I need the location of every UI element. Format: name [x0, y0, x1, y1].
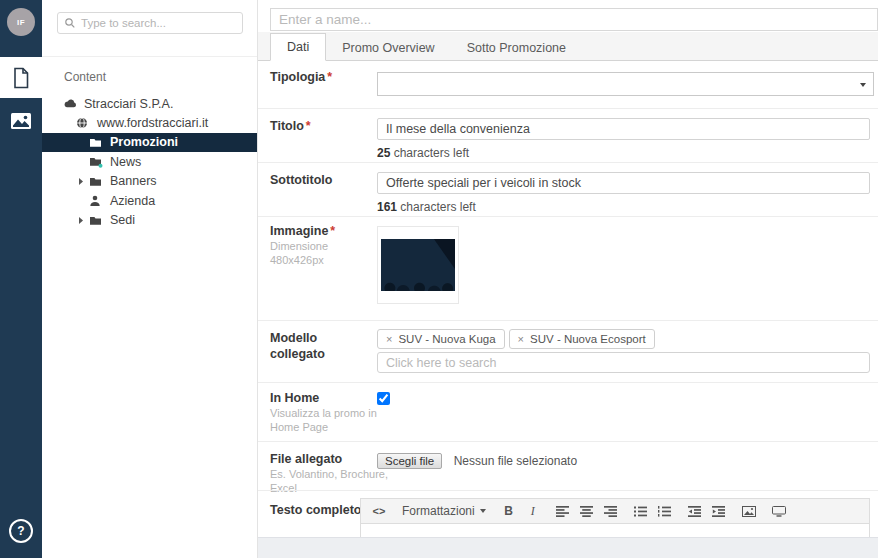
field-label: Sottotitolo	[270, 173, 370, 189]
tree-item-promozioni[interactable]: Promozioni	[42, 133, 257, 152]
image-picker-card[interactable]	[377, 226, 459, 304]
tree-sidebar: Type to search... Content Stracciari S.P…	[42, 0, 258, 558]
titolo-counter: 25 characters left	[377, 146, 870, 160]
avatar-initials: IF	[17, 18, 25, 27]
italic-button[interactable]: I	[522, 501, 544, 521]
folder-icon	[89, 176, 102, 187]
field-description: Visualizza la promo in Home Page	[270, 407, 380, 435]
field-row-file-allegato: File allegato Es. Volantino, Brochure, E…	[258, 441, 878, 491]
tree-search-placeholder: Type to search...	[81, 17, 166, 29]
remove-tag-icon[interactable]: ×	[518, 333, 524, 345]
folder-icon	[89, 137, 102, 148]
required-asterisk: *	[306, 119, 311, 133]
tree-item-news[interactable]: News	[42, 152, 257, 171]
field-label: Tipologia*	[270, 70, 370, 86]
content-tree: Stracciari S.P.A. www.fordstracciari.it …	[42, 94, 257, 230]
person-icon	[89, 195, 101, 207]
field-row-tipologia: Tipologia*	[258, 60, 878, 108]
document-icon	[12, 67, 30, 89]
cloud-icon	[64, 98, 77, 109]
required-asterisk: *	[327, 70, 332, 84]
outdent-icon[interactable]	[684, 501, 706, 521]
field-label: In Home	[270, 391, 370, 407]
search-icon	[65, 18, 75, 28]
section-rail: IF ?	[0, 0, 42, 558]
required-asterisk: *	[330, 224, 335, 238]
tree-item-banners[interactable]: Banners	[42, 172, 257, 191]
field-row-testo-completo: Testo completo <> Formattazioni B I	[258, 490, 878, 538]
tree-search-area: Type to search...	[42, 0, 257, 57]
source-code-button[interactable]: <>	[368, 501, 390, 521]
align-left-icon[interactable]	[552, 501, 574, 521]
help-icon: ?	[9, 519, 33, 543]
tree-item-sedi[interactable]: Sedi	[42, 210, 257, 229]
name-input[interactable]	[270, 8, 878, 31]
tree-item-azienda[interactable]: Azienda	[42, 191, 257, 210]
media-icon	[10, 112, 32, 130]
macro-preview-icon[interactable]	[768, 501, 790, 521]
field-label: File allegato	[270, 452, 370, 468]
sidebar-item-content[interactable]	[0, 57, 42, 98]
tree-item-stracciari[interactable]: Stracciari S.P.A.	[42, 94, 257, 113]
numbered-list-icon[interactable]	[654, 501, 676, 521]
chevron-down-icon	[480, 509, 486, 513]
tree-search-input[interactable]: Type to search...	[57, 12, 243, 34]
editor-panel: Dati Promo Overview Sotto Promozione Tip…	[258, 0, 878, 558]
align-right-icon[interactable]	[600, 501, 622, 521]
field-row-immagine: Immagine* Dimensione 480x426px	[258, 216, 878, 321]
tree-item-fordstracciari[interactable]: www.fordstracciari.it	[42, 113, 257, 132]
field-label: Modello collegato	[270, 331, 370, 362]
field-label: Titolo*	[270, 119, 370, 135]
tipologia-select[interactable]	[377, 72, 874, 96]
choose-file-button[interactable]: Scegli file	[377, 453, 442, 469]
file-status-text: Nessun file selezionato	[454, 454, 577, 468]
field-row-titolo: Titolo* 25 characters left	[258, 108, 878, 163]
insert-image-icon[interactable]	[738, 501, 760, 521]
in-home-checkbox[interactable]	[377, 392, 390, 405]
field-label: Testo completo	[270, 503, 370, 519]
help-button[interactable]: ?	[0, 516, 42, 546]
field-label: Immagine*	[270, 224, 370, 240]
caret-right-icon[interactable]	[79, 217, 83, 224]
indent-icon[interactable]	[708, 501, 730, 521]
field-row-in-home: In Home Visualizza la promo in Home Page	[258, 382, 878, 442]
tab-sotto-promozione[interactable]: Sotto Promozione	[451, 35, 582, 61]
tab-promo-overview[interactable]: Promo Overview	[326, 35, 450, 61]
rte-toolbar: <> Formattazioni B I	[361, 499, 869, 524]
folder-icon	[89, 156, 103, 168]
editor-footer-bar	[258, 537, 878, 558]
tab-dati[interactable]: Dati	[270, 33, 326, 61]
select-arrow-icon	[860, 83, 866, 87]
umbraco-content-editor: IF ? Type to search... Content	[0, 0, 878, 558]
promo-image-thumbnail[interactable]	[381, 239, 455, 291]
modello-search-input[interactable]	[377, 352, 870, 373]
field-row-sottotitolo: Sottotitolo 161 characters left	[258, 162, 878, 217]
rich-text-editor: <> Formattazioni B I	[360, 498, 870, 538]
field-description: Dimensione 480x426px	[270, 240, 380, 268]
tag-suv-nuova-kuga[interactable]: ×SUV - Nuova Kuga	[377, 329, 505, 349]
avatar[interactable]: IF	[7, 8, 35, 36]
sidebar-item-media[interactable]	[0, 100, 42, 141]
remove-tag-icon[interactable]: ×	[386, 333, 392, 345]
folder-icon	[89, 215, 102, 226]
tag-list: ×SUV - Nuova Kuga ×SUV - Nuova Ecosport	[377, 329, 870, 349]
titolo-input[interactable]	[377, 118, 870, 140]
globe-icon	[76, 117, 88, 129]
tag-suv-nuova-ecosport[interactable]: ×SUV - Nuova Ecosport	[509, 329, 655, 349]
tab-strip: Dati Promo Overview Sotto Promozione	[258, 32, 878, 61]
field-row-modello-collegato: Modello collegato ×SUV - Nuova Kuga ×SUV…	[258, 320, 878, 383]
align-center-icon[interactable]	[576, 501, 598, 521]
tree-header: Content	[64, 70, 106, 84]
bullet-list-icon[interactable]	[630, 501, 652, 521]
sottotitolo-input[interactable]	[377, 172, 870, 194]
sottotitolo-counter: 161 characters left	[377, 200, 870, 214]
bold-button[interactable]: B	[498, 501, 520, 521]
caret-right-icon[interactable]	[79, 178, 83, 185]
format-dropdown[interactable]: Formattazioni	[398, 501, 490, 521]
